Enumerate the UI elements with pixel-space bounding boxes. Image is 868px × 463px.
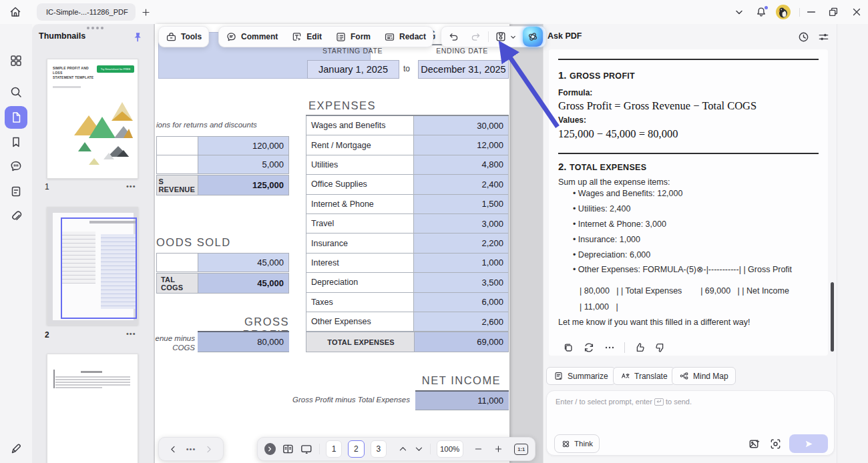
section2-intro: Sum up all the expense items: (558, 177, 670, 187)
form-button[interactable]: Form (329, 31, 377, 43)
summarize-chip[interactable]: Summarize (546, 367, 616, 385)
expense-value: 1,500 (414, 195, 509, 214)
page-layout-icon[interactable] (282, 442, 294, 456)
zoom-level[interactable]: 100% (437, 440, 463, 458)
sidebar-item-apps[interactable] (5, 49, 27, 72)
table-row: Depreciation 3,500 (306, 273, 509, 292)
doc-total-expenses-value: 69,000 (414, 332, 509, 352)
sidebar-item-stylus[interactable] (5, 438, 27, 460)
edit-button[interactable]: Edit (284, 31, 329, 43)
table-row: Travel 3,000 (306, 214, 509, 234)
expense-label: Taxes (306, 293, 414, 312)
pin-panel-button[interactable] (132, 31, 143, 43)
home-icon (9, 5, 22, 19)
previous-page-icon[interactable] (398, 444, 408, 454)
notification-dot (765, 6, 768, 9)
thumb1-more-button[interactable]: ••• (126, 182, 136, 190)
redact-button[interactable]: Redact (377, 31, 433, 43)
doc-total-cogs-label: TAL COGS (156, 273, 198, 294)
history-nav-group: ••• (158, 437, 224, 461)
expense-value: 3,500 (414, 273, 509, 292)
regenerate-icon[interactable] (583, 342, 595, 354)
doc-gross-revenue-value: 125,000 (198, 175, 289, 195)
nav-forward-icon[interactable] (204, 444, 214, 454)
response-rule-2 (558, 153, 819, 154)
sidebar-item-search[interactable] (5, 81, 27, 103)
search-icon (9, 85, 23, 99)
chat-settings-button[interactable] (817, 31, 830, 43)
translate-chip[interactable]: Translate (613, 367, 675, 385)
nav-more-button[interactable]: ••• (186, 445, 196, 453)
comment-button[interactable]: Comment (219, 31, 284, 43)
thumb1-caption-line (53, 86, 81, 88)
comment-icon (226, 31, 237, 43)
screenshot-camera-icon (769, 438, 782, 450)
thumbs-up-icon[interactable] (634, 342, 646, 354)
mind-map-chip[interactable]: Mind Map (672, 367, 736, 385)
ai-bullet-item: Internet & Phone: 3,000 (573, 219, 821, 229)
expense-bullet-list: Wages and Benefits: 12,000Utilities: 2,4… (573, 189, 821, 280)
home-button[interactable] (9, 5, 22, 19)
enter-key-icon (654, 398, 664, 406)
page-button-3[interactable]: 3 (371, 440, 387, 458)
doc-starting-date-field[interactable]: January 1, 2025 (307, 60, 399, 79)
send-icon (805, 440, 813, 448)
sidebar-item-pages[interactable] (5, 180, 27, 203)
undo-button[interactable] (444, 31, 463, 43)
redo-button[interactable] (466, 31, 485, 43)
close-button[interactable] (851, 6, 863, 18)
more-actions-icon[interactable] (604, 342, 616, 354)
minimize-button[interactable] (805, 6, 817, 18)
image-add-icon (748, 438, 761, 450)
actual-size-button[interactable]: 1:1 (514, 444, 528, 455)
think-toggle[interactable]: Think (554, 434, 600, 453)
chat-scrollbar[interactable] (831, 282, 834, 352)
screenshot-button[interactable] (769, 438, 782, 450)
expense-label: Office Supplies (306, 175, 414, 194)
next-page-icon[interactable] (414, 444, 424, 454)
sidebar-item-annotations[interactable] (5, 155, 27, 177)
titlebar-dropdown[interactable] (734, 9, 744, 16)
avatar-bird-icon (776, 5, 791, 19)
document-tab[interactable]: IC-Simple-...-11286_PDF (37, 3, 136, 21)
add-image-button[interactable] (748, 438, 761, 450)
expense-value: 6,000 (414, 293, 509, 312)
thumbnail-page-1[interactable]: SIMPLE PROFIT AND LOSS STATEMENT TEMPLAT… (47, 59, 138, 179)
nav-back-icon[interactable] (168, 444, 178, 454)
presentation-icon[interactable] (300, 442, 313, 456)
panel-drag-handle[interactable] (87, 27, 89, 29)
sidebar-item-attachments[interactable] (5, 205, 27, 227)
thumbnail-page-2[interactable] (47, 207, 138, 325)
avatar[interactable] (776, 5, 791, 19)
section2-outro: Let me know if you want this filled in a… (558, 318, 750, 327)
expense-value: 2,600 (414, 312, 509, 332)
doc-total-cogs-value: 45,000 (198, 273, 289, 294)
sliders-icon (817, 31, 830, 43)
collapse-bar-button[interactable] (264, 443, 276, 455)
close-icon (851, 6, 863, 18)
section1-title: 1. GROSS PROFIT (558, 69, 635, 81)
thumb2-page-number: 2 (45, 330, 49, 340)
restore-button[interactable] (827, 6, 839, 18)
doc-net-income-heading: NET INCOME (415, 374, 507, 387)
sidebar-item-thumbnails[interactable] (5, 106, 27, 129)
zoom-out-icon[interactable] (473, 444, 483, 454)
send-button[interactable] (789, 434, 828, 453)
zoom-in-icon[interactable] (493, 444, 503, 454)
thumbnail-page-3[interactable] (47, 354, 138, 463)
sidebar-item-bookmarks[interactable] (5, 131, 27, 153)
thumb2-viewport-rect[interactable] (61, 217, 137, 319)
new-tab-button[interactable] (141, 7, 151, 17)
page-controls-bar: 1 2 3 100% 1:1 (257, 437, 535, 461)
table-row: Office Supplies 2,400 (306, 175, 509, 194)
notifications-button[interactable] (755, 6, 769, 19)
thumb2-more-button[interactable]: ••• (126, 330, 136, 338)
page-button-1[interactable]: 1 (326, 440, 342, 458)
tools-button[interactable]: Tools (159, 31, 208, 43)
expense-label: Other Expenses (306, 312, 414, 332)
copy-icon[interactable] (562, 342, 574, 354)
page-button-2[interactable]: 2 (348, 440, 364, 458)
chat-history-button[interactable] (797, 31, 810, 43)
thumbs-down-icon[interactable] (654, 342, 666, 354)
app-window: IC-Simple-...-11286_PDF (0, 0, 868, 463)
